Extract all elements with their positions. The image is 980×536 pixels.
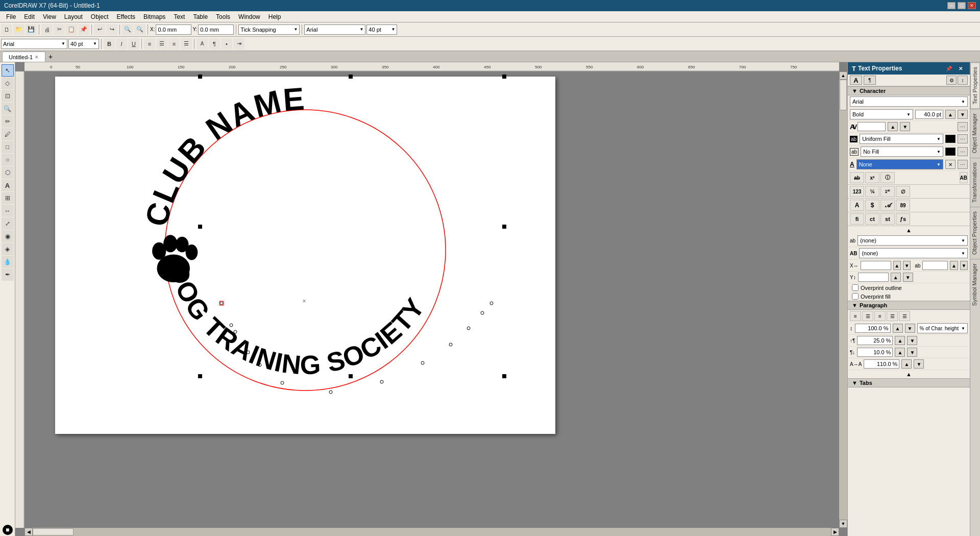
text-wrap-button[interactable]: ¶ bbox=[209, 38, 220, 50]
paste-button[interactable]: 📌 bbox=[78, 24, 89, 35]
x-spin-up[interactable]: ▲ bbox=[893, 261, 901, 270]
freehand-tool[interactable]: ✏ bbox=[2, 115, 14, 128]
scroll-thumb-h[interactable] bbox=[33, 528, 74, 535]
new-tab-button[interactable]: + bbox=[45, 52, 56, 62]
underline-options[interactable]: ⋯ bbox=[958, 160, 968, 169]
numbers-btn[interactable]: 123 bbox=[850, 186, 864, 197]
cs-spin-up[interactable]: ▲ bbox=[901, 359, 912, 369]
y-pos-input[interactable] bbox=[858, 273, 889, 282]
allcaps-btn[interactable]: AB bbox=[960, 172, 968, 183]
outline-color-swatch[interactable] bbox=[945, 148, 955, 156]
panel-pin-button[interactable]: 📌 bbox=[944, 64, 954, 73]
info-btn[interactable]: ⓘ bbox=[880, 172, 895, 183]
panel-settings-icon[interactable]: ⚙ bbox=[946, 76, 957, 85]
ligature-st-btn[interactable]: st bbox=[880, 213, 895, 225]
overprint-outline-check[interactable] bbox=[852, 284, 859, 291]
text-tool[interactable]: A bbox=[2, 179, 14, 191]
x-pos-input[interactable] bbox=[861, 261, 891, 270]
font-size-up[interactable]: ▲ bbox=[945, 110, 955, 119]
scroll-right-button[interactable]: ▶ bbox=[831, 528, 839, 536]
char-spacing-input[interactable] bbox=[864, 359, 899, 369]
polygon-tool[interactable]: ⬡ bbox=[2, 166, 14, 179]
x-spin-dn[interactable]: ▼ bbox=[903, 261, 911, 270]
ab-spin-dn[interactable]: ▼ bbox=[960, 261, 968, 270]
align-justify-button[interactable]: ☰ bbox=[181, 38, 192, 50]
align-center-button[interactable]: ☰ bbox=[156, 38, 167, 50]
scroll-up-button[interactable]: ▲ bbox=[839, 71, 847, 80]
y-spin-dn[interactable]: ▼ bbox=[903, 273, 913, 282]
bullet-button[interactable]: • bbox=[221, 38, 232, 50]
overprint-fill-check[interactable] bbox=[852, 293, 859, 300]
kerning-options[interactable]: ⋯ bbox=[958, 122, 968, 131]
crop-tool[interactable]: ⊡ bbox=[2, 90, 14, 102]
scroll-down-button[interactable]: ▼ bbox=[839, 520, 847, 528]
canvas-area[interactable]: 0 50 100 150 200 250 300 350 400 450 500… bbox=[15, 62, 847, 536]
panel-expand-icon[interactable]: ↕ bbox=[958, 76, 968, 85]
side-tab-symbol-manager[interactable]: Symbol Manager bbox=[970, 259, 980, 310]
color-tool[interactable]: ■ bbox=[3, 525, 13, 535]
ab-offset-input[interactable] bbox=[922, 261, 948, 270]
fill-options-btn[interactable]: ⋯ bbox=[958, 134, 968, 143]
y-spin-up[interactable]: ▲ bbox=[891, 273, 901, 282]
scroll-thumb-v[interactable] bbox=[840, 80, 847, 110]
para-align-right[interactable]: ≡ bbox=[874, 311, 886, 321]
bp-spin-dn[interactable]: ▼ bbox=[907, 336, 917, 345]
line-spacing-unit-dropdown[interactable]: % of Char. height ▼ bbox=[917, 323, 968, 333]
tabs-section-title[interactable]: ▼ Tabs bbox=[848, 378, 970, 387]
h-scrollbar[interactable]: ◀ ▶ bbox=[24, 528, 839, 536]
select-tool[interactable]: ↖ bbox=[2, 64, 14, 77]
underline-clear[interactable]: ✕ bbox=[945, 160, 955, 169]
connector-tool[interactable]: ⤢ bbox=[2, 217, 14, 230]
kerning-down[interactable]: ▼ bbox=[900, 122, 910, 131]
save-button[interactable]: 💾 bbox=[26, 24, 37, 35]
font-style-dropdown[interactable]: Bold ▼ bbox=[850, 109, 913, 119]
font-size-dropdown[interactable]: 40 pt ▼ bbox=[68, 39, 99, 49]
para-expand-arrow[interactable]: ▲ bbox=[848, 370, 970, 378]
eyedropper-tool[interactable]: 💧 bbox=[2, 256, 14, 268]
shape-tool[interactable]: ◇ bbox=[2, 77, 14, 89]
panel-close-button[interactable]: ✕ bbox=[955, 64, 966, 73]
para-align-center[interactable]: ☰ bbox=[862, 311, 873, 321]
menu-view[interactable]: View bbox=[39, 12, 60, 21]
x-input[interactable] bbox=[156, 25, 191, 35]
char-S-btn[interactable]: $ bbox=[865, 200, 879, 211]
AB-none-dropdown[interactable]: (none) ▼ bbox=[859, 248, 968, 258]
redo-button[interactable]: ↪ bbox=[106, 24, 117, 35]
ab-spin-up[interactable]: ▲ bbox=[950, 261, 958, 270]
smart-draw-tool[interactable]: 🖊 bbox=[2, 128, 14, 140]
fill-type-dropdown[interactable]: Uniform Fill ▼ bbox=[860, 134, 943, 144]
italic-button[interactable]: I bbox=[116, 38, 127, 50]
dimension-tool[interactable]: ↔ bbox=[2, 205, 14, 217]
font-family-panel-dropdown[interactable]: Arial ▼ bbox=[850, 96, 968, 107]
panel-para-icon[interactable]: ¶ bbox=[864, 76, 876, 85]
side-tab-object-manager[interactable]: Object Manager bbox=[970, 109, 980, 157]
after-para-input[interactable] bbox=[857, 348, 893, 357]
menu-tools[interactable]: Tools bbox=[212, 12, 234, 21]
bold-button[interactable]: B bbox=[104, 38, 115, 50]
menu-object[interactable]: Object bbox=[87, 12, 113, 21]
menu-table[interactable]: Table bbox=[189, 12, 212, 21]
outline-type-dropdown[interactable]: No Fill ▼ bbox=[861, 147, 943, 157]
table-tool[interactable]: ⊞ bbox=[2, 192, 14, 204]
align-right-button[interactable]: ≡ bbox=[168, 38, 180, 50]
kerning-up[interactable]: ▲ bbox=[888, 122, 898, 131]
fractions-btn[interactable]: ¼ bbox=[865, 186, 879, 197]
tab-button[interactable]: ⇥ bbox=[233, 38, 244, 50]
menu-file[interactable]: File bbox=[2, 12, 20, 21]
line-spacing-input[interactable] bbox=[855, 324, 891, 333]
menu-bitmaps[interactable]: Bitmaps bbox=[139, 12, 169, 21]
strikethrough-btn[interactable]: ab bbox=[850, 172, 864, 183]
ap-spin-dn[interactable]: ▼ bbox=[907, 348, 917, 357]
underline-button[interactable]: U bbox=[128, 38, 139, 50]
font-dropdown-toolbar[interactable]: Arial ▼ bbox=[304, 25, 365, 35]
cut-button[interactable]: ✂ bbox=[54, 24, 65, 35]
superscript-btn[interactable]: x² bbox=[865, 172, 879, 183]
slashed-zero-btn[interactable]: ∅ bbox=[896, 186, 910, 197]
tab-close-icon[interactable]: ✕ bbox=[35, 55, 39, 60]
text-style-button[interactable]: A bbox=[197, 38, 208, 50]
print-button[interactable]: 🖨 bbox=[41, 24, 53, 35]
zoom-in-button[interactable]: 🔍 bbox=[122, 24, 133, 35]
snap-dropdown[interactable]: Tick Snapping ▼ bbox=[238, 25, 300, 35]
fill-color-swatch[interactable] bbox=[945, 135, 955, 143]
menu-effects[interactable]: Effects bbox=[113, 12, 139, 21]
